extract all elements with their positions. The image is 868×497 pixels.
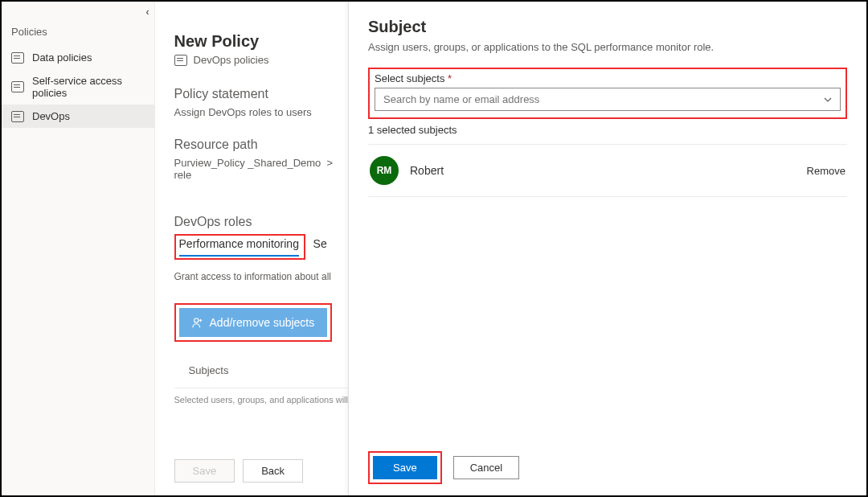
panel-footer: Save Cancel bbox=[368, 451, 519, 484]
svg-point-0 bbox=[194, 318, 198, 322]
highlight-tab: Performance monitoring bbox=[174, 234, 305, 260]
remove-subject-link[interactable]: Remove bbox=[807, 165, 845, 177]
main-content: New Policy DevOps policies Policy statem… bbox=[155, 2, 348, 495]
sidebar-item-devops[interactable]: DevOps bbox=[2, 105, 154, 128]
sidebar-item-self-service[interactable]: Self-service access policies bbox=[2, 69, 154, 105]
subjects-heading: Subjects bbox=[189, 364, 348, 376]
add-remove-subjects-button[interactable]: Add/remove subjects bbox=[179, 308, 328, 337]
back-button[interactable]: Back bbox=[243, 459, 303, 483]
resource-path-seg1[interactable]: Purview_Policy _Shared_Demo bbox=[174, 157, 321, 169]
sidebar-item-label: Self-service access policies bbox=[32, 75, 145, 99]
cancel-button[interactable]: Cancel bbox=[453, 456, 519, 479]
app-root: ‹‹ Policies Data policies Self-service a… bbox=[0, 0, 868, 497]
policy-icon bbox=[174, 55, 187, 66]
person-add-icon bbox=[192, 317, 203, 328]
sidebar: ‹‹ Policies Data policies Self-service a… bbox=[2, 2, 155, 495]
tab-description: Grant access to information about all bbox=[174, 271, 348, 282]
save-button-panel[interactable]: Save bbox=[373, 456, 437, 479]
search-subjects-input[interactable] bbox=[375, 88, 841, 111]
panel-title: Subject bbox=[368, 18, 847, 36]
subject-name: Robert bbox=[410, 164, 807, 177]
sidebar-item-label: Data policies bbox=[32, 51, 92, 64]
select-subjects-label: Select subjects * bbox=[375, 72, 841, 84]
sidebar-item-data-policies[interactable]: Data policies bbox=[2, 46, 154, 69]
resource-path-value: Purview_Policy _Shared_Demo > rele bbox=[174, 157, 348, 181]
resource-path-seg2: rele bbox=[174, 169, 192, 181]
resource-path-heading: Resource path bbox=[174, 138, 348, 152]
tab-security-partial[interactable]: Se bbox=[313, 237, 327, 255]
tab-performance-monitoring[interactable]: Performance monitoring bbox=[179, 237, 299, 257]
policy-statement-heading: Policy statement bbox=[174, 87, 348, 101]
sidebar-collapse-row: ‹‹ bbox=[2, 6, 154, 21]
devops-roles-heading: DevOps roles bbox=[174, 215, 348, 229]
policy-icon bbox=[11, 81, 24, 92]
divider bbox=[174, 388, 348, 388]
page-title: New Policy bbox=[174, 32, 348, 51]
sidebar-item-label: DevOps bbox=[32, 110, 70, 122]
policy-icon bbox=[11, 111, 24, 122]
highlight-addremove: Add/remove subjects bbox=[174, 303, 333, 342]
search-input-wrap bbox=[375, 88, 841, 111]
breadcrumb: DevOps policies bbox=[174, 54, 348, 66]
highlight-save: Save bbox=[368, 451, 442, 484]
breadcrumb-text: DevOps policies bbox=[194, 54, 269, 66]
panel-subtitle: Assign users, groups, or applications to… bbox=[368, 41, 847, 53]
main-footer: Save Back bbox=[174, 459, 304, 483]
policy-icon bbox=[11, 52, 24, 64]
highlight-select-subjects: Select subjects * bbox=[368, 68, 847, 119]
subject-row: RM Robert Remove bbox=[368, 144, 847, 197]
subjects-description: Selected users, groups, and applications… bbox=[174, 395, 348, 405]
avatar: RM bbox=[370, 156, 399, 185]
policy-statement-sub: Assign DevOps roles to users bbox=[174, 106, 348, 118]
save-button-main[interactable]: Save bbox=[174, 459, 235, 483]
add-remove-label: Add/remove subjects bbox=[210, 316, 315, 329]
required-asterisk: * bbox=[448, 72, 452, 84]
subject-panel: Subject Assign users, groups, or applica… bbox=[348, 2, 866, 495]
selected-count: 1 selected subjects bbox=[368, 124, 847, 136]
select-subjects-text: Select subjects bbox=[375, 72, 444, 84]
sidebar-title: Policies bbox=[2, 21, 154, 46]
